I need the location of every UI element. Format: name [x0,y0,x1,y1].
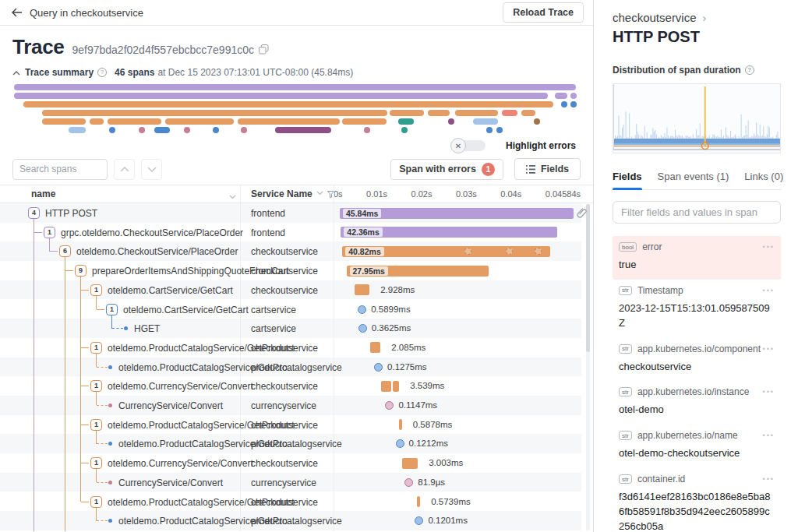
span-child-count-badge[interactable]: 9 [75,265,87,277]
trace-minimap[interactable] [14,84,576,136]
span-timeline-cell: 0.5739ms [334,492,581,512]
help-icon[interactable]: ? [745,65,754,75]
column-header-name[interactable]: name [31,188,55,199]
span-duration-circle[interactable] [415,516,423,525]
table-row[interactable]: 1oteldemo.ProductCatalogService/GetProdu… [0,492,581,512]
span-duration-bar[interactable] [355,284,369,295]
span-name[interactable]: CurrencyService/Convert [118,400,223,411]
span-name[interactable]: HGET [134,323,160,334]
span-with-errors-button[interactable]: Span with errors 1 [390,159,503,180]
span-name[interactable]: oteldemo.CurrencyService/Convert [108,458,253,469]
field-row[interactable]: strcontainer.id•••f3d6141eef28163bc0186e… [613,468,781,532]
fields-button[interactable]: Fields [514,158,581,180]
table-row[interactable]: 1oteldemo.CartService/GetCartcartservice… [0,300,581,319]
table-row[interactable]: 1oteldemo.CurrencyService/Convertcheckou… [0,376,581,396]
span-duration-circle[interactable] [358,324,367,333]
chevron-down-icon[interactable] [316,191,323,196]
field-row[interactable]: strTimestamp•••2023-12-15T15:13:01.05958… [613,280,781,338]
span-child-count-badge[interactable]: 1 [106,304,118,315]
duration-distribution-chart[interactable] [613,83,781,153]
span-child-count-badge[interactable]: 1 [90,380,102,392]
reload-trace-button[interactable]: Reload Trace [503,2,584,23]
span-duration-bar[interactable] [399,419,402,430]
service-name: frontend [251,208,285,219]
table-row[interactable]: CurrencyService/Convertcurrencyservice81… [0,473,581,492]
table-row[interactable]: oteldemo.ProductCatalogService/GetPro...… [0,358,581,377]
trace-summary-label[interactable]: Trace summary [25,67,94,78]
collapse-caret-icon[interactable] [12,67,20,78]
field-row[interactable]: strapp.kubernetes.io/name•••otel-demo-ch… [613,425,781,468]
table-row[interactable]: CurrencyService/Convertcurrencyservice0.… [0,396,581,415]
field-menu-icon[interactable]: ••• [763,475,775,483]
span-child-count-badge[interactable]: 1 [90,284,102,296]
table-row[interactable]: 4HTTP POSTfrontend45.84ms [0,203,581,223]
span-duration-bar[interactable] [393,381,399,392]
span-child-count-badge[interactable]: 1 [90,457,102,469]
span-title: HTTP POST [613,28,781,46]
span-duration-bar[interactable]: 27.95ms [347,266,489,277]
search-prev-button[interactable] [114,159,135,180]
span-child-count-badge[interactable]: 6 [59,245,71,257]
span-duration-circle[interactable] [385,401,394,410]
span-duration-bar[interactable]: 45.84ms [340,208,574,219]
column-header-service[interactable]: Service Name [251,188,312,199]
span-name[interactable]: grpc.oteldemo.CheckoutService/PlaceOrder [61,227,243,238]
span-duration-circle[interactable] [404,478,413,487]
search-next-button[interactable] [141,159,162,180]
field-menu-icon[interactable]: ••• [763,388,775,396]
tab-span-events[interactable]: Span events (1) [658,171,729,189]
table-row[interactable]: 1grpc.oteldemo.CheckoutService/PlaceOrde… [0,223,581,242]
table-row[interactable]: oteldemo.ProductCatalogService/GetPro...… [0,511,581,530]
chevron-down-icon[interactable] [229,191,236,202]
span-event-marker[interactable] [506,248,513,255]
field-menu-icon[interactable]: ••• [763,345,775,353]
span-child-count-badge[interactable]: 1 [90,419,102,431]
span-duration-bar[interactable] [402,458,418,469]
span-name[interactable]: CurrencyService/Convert [118,477,223,488]
span-child-count-badge[interactable]: 4 [28,207,40,219]
span-name[interactable]: oteldemo.CurrencyService/Convert [108,381,253,392]
table-row[interactable]: HGETcartservice0.3625ms [0,319,581,338]
field-menu-icon[interactable]: ••• [763,243,775,251]
span-name[interactable]: oteldemo.CheckoutService/PlaceOrder [76,246,238,257]
field-row[interactable]: boolerror•••true [613,236,781,280]
field-menu-icon[interactable]: ••• [763,287,775,294]
span-duration-circle[interactable] [396,439,404,448]
span-duration-bar[interactable]: 40.82ms [342,246,550,257]
table-row[interactable]: 1oteldemo.CurrencyService/Convertcheckou… [0,453,581,473]
copy-icon[interactable] [259,44,269,58]
span-child-count-badge[interactable]: 1 [44,227,55,238]
span-duration-bar[interactable] [381,381,391,392]
search-spans-input[interactable] [12,159,108,180]
table-row[interactable]: 9prepareOrderItemsAndShippingQuoteFromCa… [0,261,581,280]
span-event-marker[interactable] [464,248,471,255]
field-row[interactable]: strapp.kubernetes.io/instance•••otel-dem… [613,381,781,425]
span-child-count-badge[interactable]: 1 [90,496,102,508]
span-name[interactable]: HTTP POST [45,208,97,219]
tab-links[interactable]: Links (0) [744,171,783,189]
span-name[interactable]: oteldemo.CartService/GetCart [123,305,249,315]
help-icon[interactable]: ? [97,68,107,77]
span-duration-bar[interactable] [417,496,420,507]
table-row[interactable]: 1oteldemo.ProductCatalogService/GetProdu… [0,415,581,435]
span-duration-bar[interactable]: 42.36ms [341,227,556,238]
highlight-errors-toggle[interactable]: ✕ [457,140,486,151]
span-event-marker[interactable] [535,248,542,255]
field-row[interactable]: strapp.kubernetes.io/component•••checkou… [613,338,781,382]
back-arrow-icon[interactable] [9,5,23,19]
span-name[interactable]: oteldemo.CartService/GetCart [108,285,233,296]
scrollbar[interactable] [586,204,590,530]
table-row[interactable]: oteldemo.ProductCatalogService/GetPro...… [0,434,581,453]
filter-fields-input[interactable] [613,201,781,224]
field-menu-icon[interactable]: ••• [763,432,775,439]
span-duration-bar[interactable] [370,342,381,353]
attachment-paperclip-icon[interactable] [577,207,587,221]
table-row[interactable]: 1oteldemo.ProductCatalogService/GetProdu… [0,338,581,358]
table-row[interactable]: 1oteldemo.CartService/GetCartcheckoutser… [0,280,581,300]
table-row[interactable]: 6oteldemo.CheckoutService/PlaceOrderchec… [0,241,581,261]
span-duration-circle[interactable] [374,363,383,372]
tab-fields[interactable]: Fields [613,171,642,189]
span-child-count-badge[interactable]: 1 [90,342,102,354]
span-duration-circle[interactable] [358,305,366,314]
breadcrumb-service[interactable]: checkoutservice [613,11,697,24]
